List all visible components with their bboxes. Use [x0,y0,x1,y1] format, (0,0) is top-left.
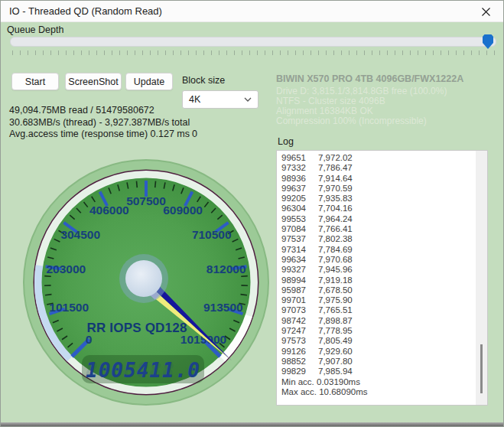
chevron-down-icon [244,97,252,102]
log-row: 992057,935.83 [281,194,487,204]
app-window: IO - Threaded QD (Random Read) Queue Dep… [0,0,504,427]
svg-text:812000: 812000 [206,262,246,275]
log-row: 995537,964.24 [281,214,487,224]
gauge-hub [125,260,162,297]
stat-read-total: 49,094.75MB read / 51479580672 [9,105,154,116]
log-row: 993277,945.96 [281,265,487,275]
log-row: 989947,919.18 [281,275,487,285]
drive-model-title: BIWIN X570 PRO 4TB 4096GB/FWX1222A [276,73,463,84]
queue-depth-slider-thumb[interactable] [483,34,493,49]
log-row: 972477,778.95 [281,326,487,336]
log-row: 987427,898.87 [281,316,487,326]
log-row: 988527,907.80 [281,357,487,367]
drive-alignment: Alignment 16384KB OK [276,106,373,116]
stat-access-time: Avg.access time (response time) 0.127 ms [9,129,190,139]
queue-depth-slider-track[interactable] [10,37,496,47]
log-row: 996377,970.59 [281,184,487,194]
log-row: 991267,929.60 [281,347,487,357]
queue-depth-label: Queue Depth [7,24,63,35]
close-icon [482,8,490,16]
drive-filesystem: NTFS - Cluster size 4096B [276,96,385,106]
log-row: 963047,704.16 [281,204,487,214]
close-button[interactable] [473,2,499,21]
svg-text:203000: 203000 [46,262,86,275]
title-bar[interactable]: IO - Threaded QD (Random Read) [1,1,503,22]
log-row: 973147,784.69 [281,245,487,255]
slider-tick-marks [12,51,496,55]
lcd-value: 1005411.0 [86,358,200,382]
log-row: 989367,914.64 [281,174,487,184]
drive-compression: Compression 100% (Incompressible) [276,116,427,126]
screenshot-button[interactable]: ScreenShot [65,73,122,90]
log-row: 997017,975.90 [281,295,487,305]
log-row: 970737,765.51 [281,305,487,315]
svg-text:913500: 913500 [203,301,243,314]
block-size-label: Block size [182,75,225,86]
log-footer-row: Min acc. 0.03190ms [281,377,487,387]
log-label: Log [278,136,294,147]
svg-text:710500: 710500 [192,228,232,241]
start-button[interactable]: Start [11,73,59,90]
stat-extra-value: 0 [192,129,197,139]
svg-text:406000: 406000 [89,204,129,217]
block-size-select[interactable]: 4K [182,90,259,109]
log-row: 975737,805.49 [281,336,487,346]
block-size-value: 4K [189,94,200,105]
log-row: 998297,985.94 [281,367,487,376]
log-row: 970847,766.41 [281,224,487,234]
log-row: 996517,972.02 [281,153,487,163]
log-rows: 996517,972.02973327,786.47989367,914.649… [277,151,487,397]
log-scrollbar-thumb[interactable] [480,344,483,393]
gauge-title: RR IOPS QD128 [86,321,187,335]
log-row: 996347,970.68 [281,255,487,265]
log-row: 959877,678.50 [281,285,487,295]
drive-free-space: Drive D: 3,815.1/3,814.8GB free (100.0%) [276,86,447,96]
svg-text:101500: 101500 [49,301,89,314]
update-button[interactable]: Update [125,73,173,90]
svg-text:304500: 304500 [60,228,100,241]
stat-throughput: 30.683MB/s (thread) - 3,927.387MB/s tota… [9,117,190,128]
log-footer-row: Max acc. 10.68090ms [281,387,487,397]
window-bottom-edge [1,422,503,427]
log-scrollbar[interactable] [476,151,487,405]
log-list[interactable]: 996517,972.02973327,786.47989367,914.649… [276,150,488,406]
iops-gauge: 0101500203000304500406000507500609000710… [12,148,280,416]
svg-text:507500: 507500 [126,194,166,207]
svg-text:609000: 609000 [163,204,203,217]
window-title: IO - Threaded QD (Random Read) [1,5,162,17]
log-row: 973327,786.47 [281,163,487,173]
log-row: 975377,802.38 [281,234,487,244]
